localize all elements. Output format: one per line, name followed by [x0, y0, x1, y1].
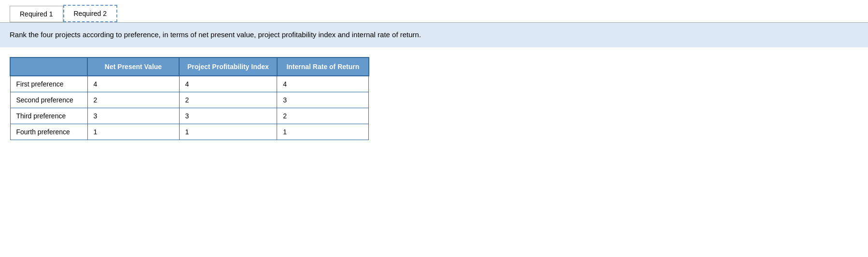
table-area: Net Present Value Project Profitability … — [0, 47, 868, 150]
row-fourth-ppi: 1 — [179, 124, 277, 140]
table-row: First preference 4 4 4 — [10, 76, 369, 92]
col-header-irr: Internal Rate of Return — [277, 57, 369, 76]
tab-required-1-label: Required 1 — [20, 10, 53, 18]
row-second-irr: 3 — [277, 92, 369, 108]
table-header-row: Net Present Value Project Profitability … — [10, 57, 369, 76]
row-third-ppi: 3 — [179, 108, 277, 124]
col-header-ppi: Project Profitability Index — [179, 57, 277, 76]
instructions-banner: Rank the four projects according to pref… — [0, 23, 868, 47]
row-label-second: Second preference — [10, 92, 87, 108]
tab-required-1[interactable]: Required 1 — [10, 6, 63, 22]
table-row: Third preference 3 3 2 — [10, 108, 369, 124]
row-third-npv: 3 — [87, 108, 179, 124]
table-row: Fourth preference 1 1 1 — [10, 124, 369, 140]
row-label-fourth: Fourth preference — [10, 124, 87, 140]
row-fourth-npv: 1 — [87, 124, 179, 140]
col-header-npv: Net Present Value — [87, 57, 179, 76]
row-second-ppi: 2 — [179, 92, 277, 108]
tab-required-2-label: Required 2 — [74, 10, 107, 17]
page-container: Required 1 Required 2 Rank the four proj… — [0, 0, 868, 150]
row-first-npv: 4 — [87, 76, 179, 92]
instructions-text: Rank the four projects according to pref… — [10, 30, 421, 39]
tab-required-2[interactable]: Required 2 — [63, 5, 118, 22]
rankings-table: Net Present Value Project Profitability … — [10, 57, 369, 140]
table-row: Second preference 2 2 3 — [10, 92, 369, 108]
row-label-third: Third preference — [10, 108, 87, 124]
row-third-irr: 2 — [277, 108, 369, 124]
row-label-first: First preference — [10, 76, 87, 92]
row-first-irr: 4 — [277, 76, 369, 92]
row-fourth-irr: 1 — [277, 124, 369, 140]
row-first-ppi: 4 — [179, 76, 277, 92]
col-header-label — [10, 57, 87, 76]
tabs-area: Required 1 Required 2 — [0, 0, 868, 23]
row-second-npv: 2 — [87, 92, 179, 108]
